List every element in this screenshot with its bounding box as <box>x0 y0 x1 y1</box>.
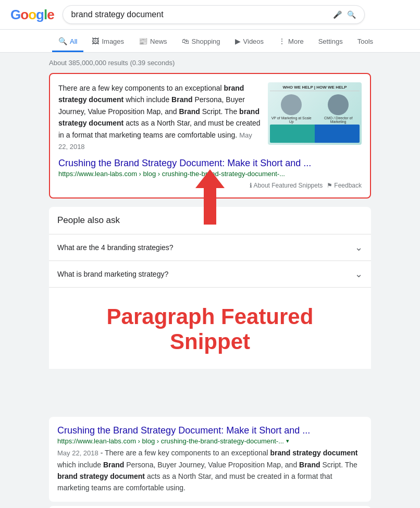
videos-icon: ▶ <box>235 37 241 45</box>
results-count: About 385,000,000 results (0.39 seconds) <box>49 59 371 67</box>
url-dropdown-icon-1[interactable]: ▾ <box>286 438 289 444</box>
result-item-1: Crushing the Brand Strategy Document: Ma… <box>49 417 371 502</box>
snippet-url: https://www.lean-labs.com › blog › crush… <box>58 170 362 178</box>
tab-tools[interactable]: Tools <box>351 32 379 52</box>
search-icon[interactable]: 🔍 <box>347 10 356 19</box>
snippet-img-placeholder: WHO WE HELP | HOW WE HELP VP of Marketin… <box>268 82 362 145</box>
tab-shopping[interactable]: 🛍 Shopping <box>176 32 227 52</box>
annotation-label-box: Paragraph Featured Snippet <box>49 294 371 369</box>
featured-snippet: There are a few key components to an exc… <box>49 73 371 199</box>
search-icons: 🎤 🔍 <box>333 10 356 19</box>
tab-images[interactable]: 🖼 Images <box>85 32 130 52</box>
snippet-text: There are a few key components to an exc… <box>58 82 262 153</box>
chevron-down-icon: ⌄ <box>355 242 363 253</box>
feedback-button[interactable]: ⚑ Feedback <box>327 182 362 189</box>
tab-more[interactable]: ⋮ More <box>272 32 310 52</box>
tab-settings[interactable]: Settings <box>312 32 349 52</box>
tab-news[interactable]: 📰 News <box>132 32 174 52</box>
main-content: About 385,000,000 results (0.39 seconds)… <box>41 53 379 508</box>
result-title-1[interactable]: Crushing the Brand Strategy Document: Ma… <box>57 425 363 436</box>
nav-right: Settings Tools <box>312 32 379 52</box>
tab-videos[interactable]: ▶ Videos <box>229 32 270 52</box>
person-avatar-2 <box>328 94 349 115</box>
all-icon: 🔍 <box>58 37 67 45</box>
about-featured-snippets[interactable]: ℹ About Featured Snippets <box>250 182 323 189</box>
spacer <box>49 365 371 417</box>
snippet-image: WHO WE HELP | HOW WE HELP VP of Marketin… <box>268 82 362 153</box>
images-icon: 🖼 <box>92 37 99 45</box>
snippet-link-title[interactable]: Crushing the Brand Strategy Document: Ma… <box>58 158 362 169</box>
annotation-label-text: Paragraph Featured Snippet <box>61 304 359 355</box>
result-url-1: https://www.lean-labs.com › blog › crush… <box>57 437 284 445</box>
nav-tabs: 🔍 All 🖼 Images 📰 News 🛍 Shopping ▶ Video… <box>0 30 420 53</box>
search-bar[interactable]: 🎤 🔍 <box>63 5 365 24</box>
tab-all[interactable]: 🔍 All <box>52 32 83 52</box>
person-avatar <box>281 94 302 115</box>
google-logo: Google <box>10 7 54 23</box>
header: Google 🎤 🔍 <box>0 0 420 30</box>
snippet-content: There are a few key components to an exc… <box>58 82 362 153</box>
img-table <box>270 125 360 143</box>
info-icon: ℹ <box>250 182 252 189</box>
ask-item-2[interactable]: What is brand marketing strategy? ⌄ <box>49 261 371 287</box>
result-item-2: A Stress-Free Guide to Creating a Brand … <box>49 506 371 508</box>
paa-annotation-wrapper: People also ask What are the 4 branding … <box>49 207 371 361</box>
shopping-icon: 🛍 <box>182 37 189 45</box>
more-icon: ⋮ <box>278 37 286 45</box>
mic-icon[interactable]: 🎤 <box>333 10 342 19</box>
ask-item-1[interactable]: What are the 4 branding strategies? ⌄ <box>49 234 371 261</box>
result-url-row-1: https://www.lean-labs.com › blog › crush… <box>57 437 363 445</box>
paa-title: People also ask <box>49 207 371 234</box>
snippet-footer: ℹ About Featured Snippets ⚑ Feedback <box>58 182 362 189</box>
news-icon: 📰 <box>139 37 147 45</box>
chevron-down-icon-2: ⌄ <box>355 268 363 280</box>
result-snippet-1: May 22, 2018 - There are a few key compo… <box>57 447 363 493</box>
search-input[interactable] <box>71 10 329 19</box>
flag-icon: ⚑ <box>327 182 332 189</box>
